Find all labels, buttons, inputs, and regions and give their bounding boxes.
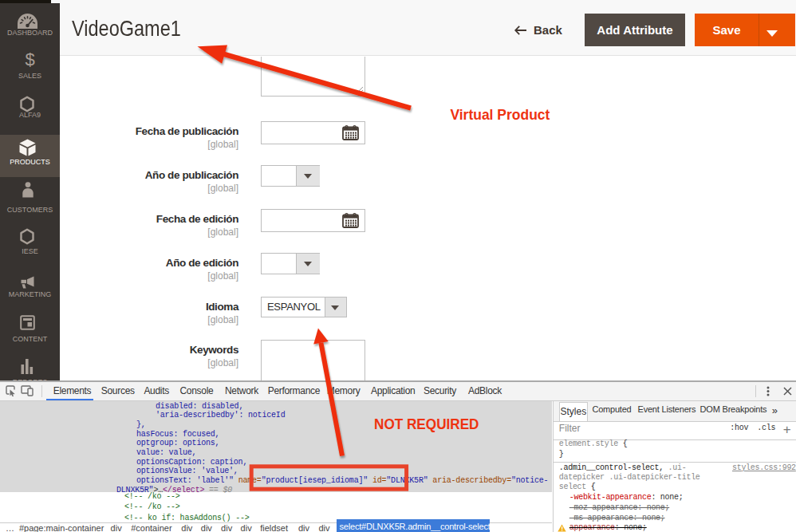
svg-text:NOT REQUIRED: NOT REQUIRED (374, 416, 479, 432)
svg-text:Virtual Product: Virtual Product (450, 106, 550, 123)
